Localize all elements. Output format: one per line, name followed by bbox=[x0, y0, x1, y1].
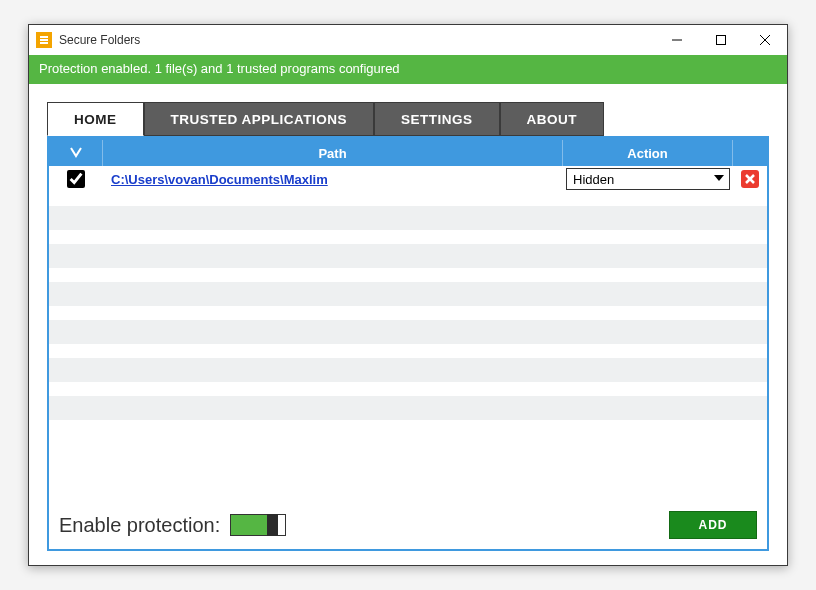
column-header-path[interactable]: Path bbox=[103, 140, 563, 166]
empty-row bbox=[49, 244, 767, 268]
tab-trusted-applications[interactable]: TRUSTED APPLICATIONS bbox=[144, 102, 375, 136]
svg-rect-4 bbox=[717, 36, 726, 45]
empty-row bbox=[49, 396, 767, 420]
status-bar: Protection enabled. 1 file(s) and 1 trus… bbox=[29, 55, 787, 84]
toggle-fill bbox=[231, 515, 269, 535]
close-button[interactable] bbox=[743, 26, 787, 54]
tab-home[interactable]: HOME bbox=[47, 102, 144, 136]
empty-row bbox=[49, 206, 767, 230]
empty-row bbox=[49, 282, 767, 306]
footer-bar: Enable protection: ADD bbox=[49, 501, 767, 549]
app-icon bbox=[36, 32, 52, 48]
sort-icon bbox=[69, 146, 83, 161]
enable-protection-label: Enable protection: bbox=[59, 514, 220, 537]
action-select[interactable]: Hidden bbox=[566, 168, 730, 190]
row-delete-cell bbox=[733, 170, 767, 188]
window-title: Secure Folders bbox=[59, 33, 655, 47]
tab-bar: HOME TRUSTED APPLICATIONS SETTINGS ABOUT bbox=[29, 84, 787, 136]
toggle-knob bbox=[267, 514, 278, 536]
column-header-sort[interactable] bbox=[49, 140, 103, 166]
empty-row bbox=[49, 358, 767, 382]
row-action-cell: Hidden bbox=[563, 168, 733, 190]
window-controls bbox=[655, 26, 787, 54]
action-select-wrap: Hidden bbox=[566, 168, 730, 190]
table-body: C:\Users\vovan\Documents\Maxlim Hidden bbox=[49, 166, 767, 501]
tab-about[interactable]: ABOUT bbox=[500, 102, 605, 136]
enable-protection-toggle[interactable] bbox=[230, 514, 286, 536]
delete-row-button[interactable] bbox=[741, 170, 759, 188]
status-text: Protection enabled. 1 file(s) and 1 trus… bbox=[39, 61, 400, 76]
column-header-delete bbox=[733, 140, 767, 166]
app-window: Secure Folders Protection enabled. 1 fil… bbox=[28, 24, 788, 566]
row-path-cell: C:\Users\vovan\Documents\Maxlim bbox=[103, 172, 563, 187]
svg-rect-2 bbox=[40, 42, 48, 44]
row-checkbox[interactable] bbox=[67, 170, 85, 188]
column-header-action[interactable]: Action bbox=[563, 140, 733, 166]
minimize-button[interactable] bbox=[655, 26, 699, 54]
row-path-link[interactable]: C:\Users\vovan\Documents\Maxlim bbox=[111, 172, 328, 187]
titlebar: Secure Folders bbox=[29, 25, 787, 55]
svg-rect-1 bbox=[40, 39, 48, 41]
empty-row bbox=[49, 320, 767, 344]
close-icon bbox=[745, 170, 755, 188]
maximize-button[interactable] bbox=[699, 26, 743, 54]
content-panel: Path Action C:\Users\vovan\Documents\Max… bbox=[47, 136, 769, 551]
svg-rect-0 bbox=[40, 36, 48, 38]
tab-settings[interactable]: SETTINGS bbox=[374, 102, 500, 136]
add-button[interactable]: ADD bbox=[669, 511, 757, 539]
table-row: C:\Users\vovan\Documents\Maxlim Hidden bbox=[49, 166, 767, 192]
row-checkbox-cell bbox=[49, 170, 103, 188]
table-header: Path Action bbox=[49, 140, 767, 166]
